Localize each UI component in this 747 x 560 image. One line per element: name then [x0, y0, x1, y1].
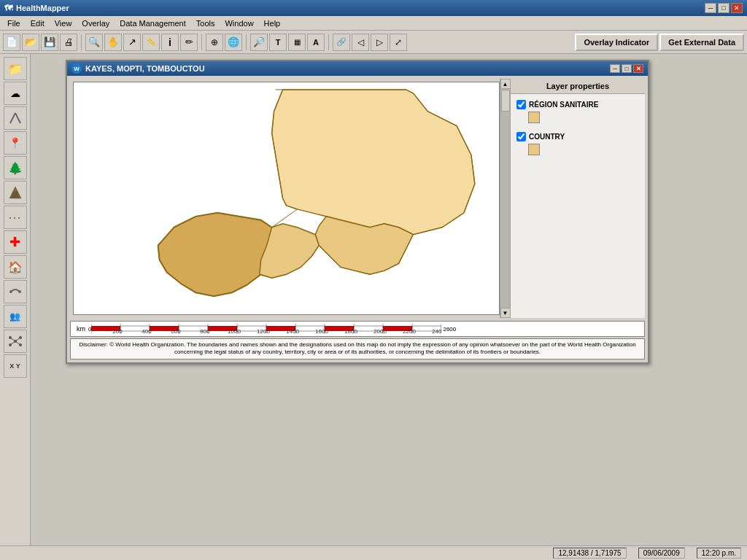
map-window-titlebar: W KAYES, MOPTI, TOMBOUCTOU ─ □ ✕ — [67, 61, 648, 76]
time-display: 12:20 p.m. — [697, 548, 741, 559]
sidebar-tree[interactable]: 🌲 — [4, 156, 27, 179]
menu-tools[interactable]: Tools — [192, 18, 220, 28]
scale-svg: 200 400 600 800 1000 1200 1400 1600 1800… — [91, 324, 441, 334]
svg-text:400: 400 — [142, 328, 152, 334]
sidebar-open-folder[interactable]: 📁 — [4, 57, 27, 80]
map-with-scroll: ghost ▲ ▼ — [70, 79, 510, 318]
layer-color-region-sanitaire[interactable] — [528, 112, 540, 123]
layer-check-row-country: COUNTRY — [516, 132, 639, 141]
svg-line-11 — [10, 338, 15, 341]
separator-2 — [201, 34, 202, 50]
tool-save[interactable]: 💾 — [41, 34, 58, 51]
svg-text:1000: 1000 — [228, 328, 241, 334]
tool-link[interactable]: 🔗 — [333, 34, 350, 51]
menu-edit[interactable]: Edit — [26, 18, 49, 28]
date-display: 09/06/2009 — [638, 548, 685, 559]
scale-bar-visual: 0 — [88, 324, 456, 334]
title-bar-title: 🗺 HealthMapper — [4, 4, 69, 12]
sidebar-mountain[interactable] — [4, 181, 27, 204]
sidebar-cross[interactable]: ✚ — [4, 230, 27, 254]
tool-arrow-right[interactable]: ▷ — [371, 34, 388, 51]
sidebar-pin[interactable]: 📍 — [4, 131, 27, 155]
tool-crosshair[interactable]: ⊕ — [206, 34, 223, 51]
tool-print[interactable]: 🖨 — [60, 34, 77, 51]
tool-open[interactable]: 📂 — [22, 34, 39, 51]
svg-line-13 — [10, 341, 15, 345]
scale-bar: km 0 — [70, 321, 645, 337]
close-button[interactable]: ✕ — [731, 3, 743, 13]
sidebar-cloud[interactable]: ☁ — [4, 82, 27, 105]
title-bar-controls: ─ □ ✕ — [705, 3, 743, 13]
tool-text[interactable]: T — [269, 34, 287, 51]
map-restore-button[interactable]: □ — [622, 64, 632, 73]
tool-new[interactable]: 📄 — [3, 34, 20, 51]
sidebar-dots[interactable]: ··· — [4, 206, 27, 229]
svg-point-4 — [9, 290, 12, 293]
sidebar: 📁 ☁ 📍 🌲 ··· ✚ 🏠 👥 — [0, 54, 31, 545]
tool-pencil[interactable]: ✏ — [180, 34, 198, 51]
svg-text:600: 600 — [171, 328, 182, 334]
map-window-title: KAYES, MOPTI, TOMBOUCTOU — [85, 64, 205, 73]
overlay-indicator-button[interactable]: Overlay Indicator — [575, 34, 658, 51]
layer-item-country: COUNTRY — [516, 132, 639, 155]
tool-arrow-left[interactable]: ◁ — [352, 34, 369, 51]
sidebar-star[interactable] — [4, 330, 27, 353]
svg-line-1 — [15, 113, 20, 123]
tool-info[interactable]: i — [161, 34, 179, 51]
scroll-down-arrow[interactable]: ▼ — [500, 308, 511, 318]
menu-view[interactable]: View — [50, 18, 77, 28]
separator-4 — [328, 34, 329, 50]
tool-label[interactable]: A — [307, 34, 325, 51]
map-close-button[interactable]: ✕ — [633, 64, 643, 73]
layer-color-country[interactable] — [528, 144, 540, 155]
svg-point-5 — [18, 290, 21, 293]
who-logo: W — [71, 63, 82, 74]
coordinates-display: 12,91438 / 1,71975 — [553, 548, 626, 559]
layer-check-row-region: RÉGION SANITAIRE — [516, 100, 639, 109]
layer-item-region-sanitaire: RÉGION SANITAIRE — [516, 100, 639, 123]
toolbar: 📄 📂 💾 🖨 🔍 ✋ ↗ 📏 i ✏ ⊕ 🌐 🔎 T ▦ A 🔗 ◁ ▷ ⤢ … — [0, 31, 747, 54]
tool-measure[interactable]: 📏 — [142, 34, 160, 51]
tool-select[interactable]: ↗ — [123, 34, 141, 51]
menu-file[interactable]: File — [3, 18, 25, 28]
svg-text:2400: 2400 — [433, 328, 442, 334]
svg-text:2000: 2000 — [374, 328, 387, 334]
tool-globe[interactable]: 🌐 — [225, 34, 242, 51]
tool-zoom-in[interactable]: 🔍 — [85, 34, 103, 51]
disclaimer: Disclaimer: © World Health Organization.… — [70, 338, 645, 359]
scroll-thumb[interactable] — [501, 90, 510, 112]
map-window: W KAYES, MOPTI, TOMBOUCTOU ─ □ ✕ — [66, 60, 649, 364]
tool-grid[interactable]: ▦ — [288, 34, 306, 51]
get-external-data-button[interactable]: Get External Data — [659, 34, 744, 51]
svg-text:800: 800 — [201, 328, 211, 334]
menu-data-management[interactable]: Data Management — [115, 18, 190, 28]
layer-checkbox-country[interactable] — [516, 132, 526, 141]
scroll-track[interactable] — [500, 89, 511, 308]
svg-text:200: 200 — [113, 328, 123, 334]
tool-pan[interactable]: ✋ — [104, 34, 122, 51]
main-area: 📁 ☁ 📍 🌲 ··· ✚ 🏠 👥 — [0, 54, 747, 545]
sidebar-pipe[interactable] — [4, 280, 27, 303]
menu-overlay[interactable]: Overlay — [77, 18, 114, 28]
map-container[interactable]: ghost — [73, 82, 500, 315]
sidebar-building[interactable]: 🏠 — [4, 255, 27, 279]
sidebar-xy[interactable]: X Y — [4, 354, 27, 378]
tool-zoom-extent[interactable]: ⤢ — [390, 34, 407, 51]
svg-text:2200: 2200 — [403, 328, 417, 334]
menu-window[interactable]: Window — [220, 18, 258, 28]
menu-bar: File Edit View Overlay Data Management T… — [0, 16, 747, 31]
map-scrollbar: ▲ ▼ — [500, 79, 510, 318]
map-minimize-button[interactable]: ─ — [610, 64, 620, 73]
scroll-up-arrow[interactable]: ▲ — [500, 79, 511, 89]
sidebar-people[interactable]: 👥 — [4, 305, 27, 328]
sidebar-road[interactable] — [4, 106, 27, 130]
layer-properties-body: RÉGION SANITAIRE COUNTRY — [511, 94, 645, 170]
svg-text:1800: 1800 — [345, 328, 358, 334]
layer-checkbox-region-sanitaire[interactable] — [516, 100, 526, 109]
menu-help[interactable]: Help — [260, 18, 285, 28]
tool-find[interactable]: 🔎 — [250, 34, 268, 51]
scale-unit: km — [77, 325, 85, 332]
restore-button[interactable]: □ — [718, 3, 729, 13]
minimize-button[interactable]: ─ — [705, 3, 716, 13]
svg-marker-3 — [11, 191, 20, 198]
